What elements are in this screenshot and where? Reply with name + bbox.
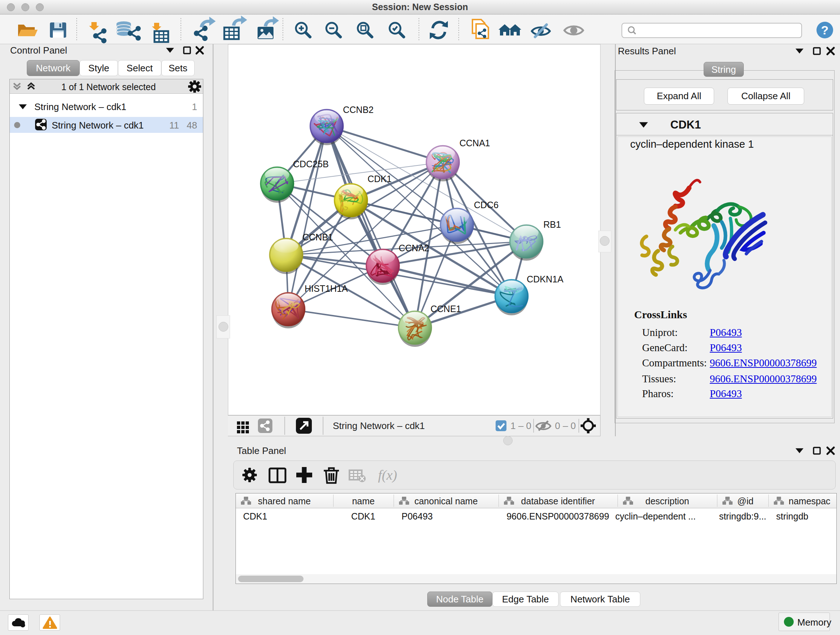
svg-text:CDKN1A: CDKN1A: [527, 274, 564, 284]
svg-text:CCNB1: CCNB1: [302, 232, 333, 242]
svg-text:String Network – cdk1: String Network – cdk1: [333, 420, 425, 431]
svg-text:CDK1: CDK1: [368, 174, 392, 184]
svg-text:CCNB2: CCNB2: [343, 105, 374, 115]
svg-text:HIST1H1A: HIST1H1A: [305, 283, 348, 294]
svg-text:CCNA1: CCNA1: [459, 138, 490, 148]
svg-text:CCNA2: CCNA2: [399, 243, 429, 253]
svg-text:CDC25B: CDC25B: [293, 159, 329, 169]
svg-text:?: ?: [821, 23, 829, 37]
svg-text:CCNE1: CCNE1: [431, 304, 461, 314]
svg-text:CDC6: CDC6: [474, 200, 499, 210]
svg-text:0 – 0: 0 – 0: [555, 420, 576, 431]
svg-text:f(x): f(x): [378, 467, 397, 483]
svg-text:1 – 0: 1 – 0: [510, 420, 531, 431]
svg-text:RB1: RB1: [543, 219, 561, 230]
